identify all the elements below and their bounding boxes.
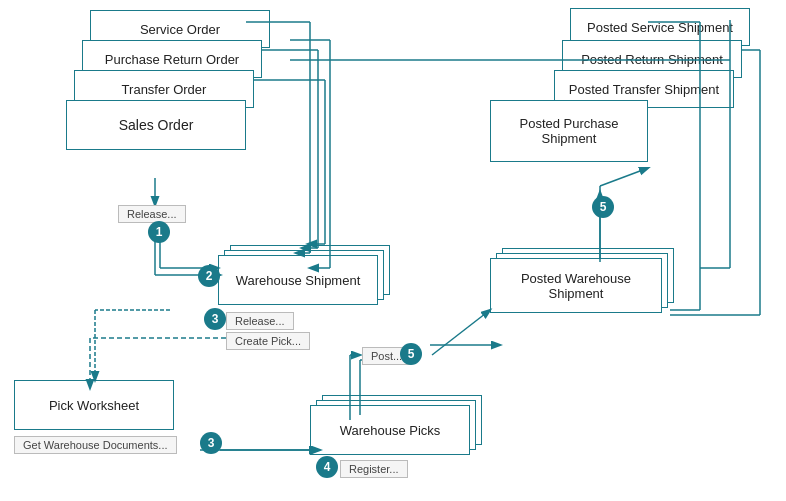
diagram: Service Order Purchase Return Order Tran… <box>0 0 786 501</box>
sales-order-box: Sales Order <box>66 100 246 150</box>
badge-2: 2 <box>198 265 220 287</box>
posted-warehouse-box: Posted Warehouse Shipment <box>490 258 662 313</box>
badge-1: 1 <box>148 221 170 243</box>
badge-3a: 3 <box>204 308 226 330</box>
badge-4: 4 <box>316 456 338 478</box>
release-button-1[interactable]: Release... <box>118 205 186 223</box>
warehouse-shipment-box: Warehouse Shipment <box>218 255 378 305</box>
get-warehouse-button[interactable]: Get Warehouse Documents... <box>14 436 177 454</box>
pick-worksheet-box: Pick Worksheet <box>14 380 174 430</box>
warehouse-picks-box: Warehouse Picks <box>310 405 470 455</box>
create-pick-button[interactable]: Create Pick... <box>226 332 310 350</box>
svg-line-32 <box>432 310 490 355</box>
release-button-3[interactable]: Release... <box>226 312 294 330</box>
badge-5b: 5 <box>592 196 614 218</box>
svg-line-34 <box>600 168 648 186</box>
register-button[interactable]: Register... <box>340 460 408 478</box>
badge-3b: 3 <box>200 432 222 454</box>
badge-5a: 5 <box>400 343 422 365</box>
posted-purchase-box: Posted Purchase Shipment <box>490 100 648 162</box>
